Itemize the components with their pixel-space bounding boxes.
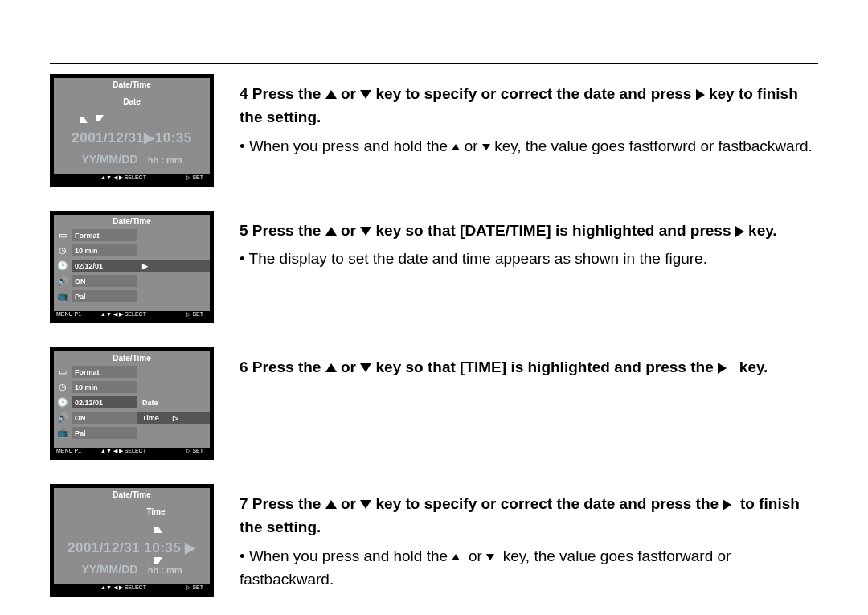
- format-time: hh : mm: [148, 565, 182, 575]
- down-triangle-icon: [360, 363, 371, 372]
- footer-select: ▲▼ ◀ ▶ SELECT: [100, 311, 146, 318]
- speaker-icon: 🔊: [54, 412, 72, 423]
- step-5: Date/Time ▭Format ◷10 min 🕒02/12/01▶ 🔊ON…: [50, 211, 818, 331]
- screen-footer: MENU P1 ▲▼ ◀ ▶ SELECT ▷ SET: [54, 311, 210, 319]
- list-item: 🕒02/12/01▶: [54, 258, 210, 273]
- item-label: Pal: [72, 290, 137, 302]
- camera-screen-submenu: Date/Time ▭Format ◷10 min 🕒02/12/01Date …: [50, 347, 214, 460]
- tv-icon: 📺: [54, 428, 72, 438]
- up-triangle-icon: [452, 144, 460, 150]
- clock-icon: 🕒: [54, 260, 72, 271]
- list-item: 📺Pal: [54, 425, 210, 441]
- down-triangle-icon: [360, 90, 371, 99]
- list-item: ▭Format: [54, 364, 210, 379]
- step-number: 7: [240, 495, 248, 512]
- screen-bezel: Date/Time Time 2001/12/31 10:35 ▶ YY/MM/…: [54, 488, 210, 592]
- format-line: YY/MM/DD hh : mm: [54, 562, 210, 576]
- manual-page: Date/Time Date 2001/12/31▶10:35 YY/MM/DD…: [0, 0, 868, 615]
- item-label: Format: [72, 229, 137, 241]
- page-number: 122: [50, 581, 76, 599]
- screen-bezel: Date/Time Date 2001/12/31▶10:35 YY/MM/DD…: [54, 78, 210, 182]
- tv-icon: 📺: [54, 291, 72, 301]
- date-readout: 2001/12/31▶10:35: [54, 129, 210, 146]
- item-label: Pal: [72, 427, 137, 439]
- item-label: ON: [72, 412, 137, 424]
- up-triangle-icon: [326, 227, 337, 236]
- screen-title: Date/Time: [54, 217, 210, 226]
- down-triangle-icon: [486, 554, 494, 560]
- list-item: 🕒02/12/01Date: [54, 395, 210, 410]
- item-label: Format: [72, 366, 137, 378]
- item-label: 02/12/01: [72, 260, 137, 272]
- time-readout: 2001/12/31 10:35 ▶: [54, 539, 210, 556]
- down-triangle-icon: [360, 227, 371, 236]
- menu-list: ▭Format ◷10 min 🕒02/12/01▶ 🔊ON 📺Pal: [54, 228, 210, 304]
- format-line: YY/MM/DD hh : mm: [54, 152, 210, 166]
- right-triangle-icon: [735, 226, 744, 237]
- step-heading: 6 Press the or key so that [TIME] is hig…: [240, 355, 818, 379]
- format-time: hh : mm: [148, 155, 182, 165]
- list-item: 🔊ON: [54, 273, 210, 289]
- footer-menu: MENU P1: [56, 311, 81, 317]
- format-date: YY/MM/DD: [81, 563, 137, 576]
- camera-screen-time: Date/Time Time 2001/12/31 10:35 ▶ YY/MM/…: [50, 484, 214, 597]
- step-text: 5 Press the or key so that [DATE/TIME] i…: [240, 219, 818, 271]
- content-area: Date/Time Date 2001/12/31▶10:35 YY/MM/DD…: [50, 74, 818, 615]
- submenu-arrow: ▶: [137, 260, 210, 272]
- down-triangle-icon: [360, 500, 371, 509]
- card-icon: ▭: [54, 230, 72, 240]
- step-text: 4 Press the or key to specify or correct…: [240, 82, 818, 158]
- speaker-icon: 🔊: [54, 276, 72, 286]
- camera-screen-menu: Date/Time ▭Format ◷10 min 🕒02/12/01▶ 🔊ON…: [50, 211, 214, 323]
- item-label: 02/12/01: [72, 396, 137, 408]
- list-item: 📺Pal: [54, 289, 210, 304]
- up-triangle-icon: [326, 90, 337, 99]
- screen-title: Date/Time: [54, 490, 210, 499]
- camera-screen-date: Date/Time Date 2001/12/31▶10:35 YY/MM/DD…: [50, 74, 214, 187]
- clock-icon: 🕒: [54, 397, 72, 408]
- footer-menu: MENU P1: [56, 448, 81, 453]
- screen-footer: ▲▼ ◀ ▶ SELECT ▷ SET: [54, 584, 210, 592]
- list-item: ▭Format: [54, 228, 210, 243]
- screen-title: Date/Time: [54, 354, 210, 363]
- step-number: 6: [240, 359, 248, 375]
- step-text: 7 Press the or key to specify or correct…: [240, 492, 818, 592]
- step-heading: 4 Press the or key to specify or correct…: [240, 82, 818, 129]
- list-item: 🔊ONTime ▷: [54, 410, 210, 425]
- step-heading: 7 Press the or key to specify or correct…: [240, 492, 818, 539]
- list-item: ◷10 min: [54, 243, 210, 258]
- up-triangle-icon: [452, 554, 460, 560]
- screen-sublabel: Time: [54, 507, 210, 516]
- up-triangle-icon: [326, 363, 337, 372]
- down-arrow-icon: [96, 112, 104, 123]
- screen-bezel: Date/Time ▭Format ◷10 min 🕒02/12/01Date …: [54, 351, 210, 456]
- right-triangle-icon: [723, 499, 731, 510]
- submenu-label-selected: Time ▷: [137, 412, 210, 424]
- up-arrow-icon: [154, 523, 162, 535]
- screen-title: Date/Time: [54, 80, 210, 89]
- item-label: 10 min: [72, 244, 137, 256]
- step-7: Date/Time Time 2001/12/31 10:35 ▶ YY/MM/…: [50, 484, 818, 605]
- screen-footer: ▲▼ ◀ ▶ SELECT ▷ SET: [54, 174, 210, 182]
- step-number: 4: [240, 85, 248, 102]
- step-body: • When you press and hold the or key, th…: [240, 544, 818, 592]
- menu-list: ▭Format ◷10 min 🕒02/12/01Date 🔊ONTime ▷ …: [54, 364, 210, 441]
- list-item: ◷10 min: [54, 379, 210, 395]
- step-text: 6 Press the or key so that [TIME] is hig…: [240, 355, 818, 379]
- screen-sublabel: Date: [54, 97, 210, 106]
- timer-icon: ◷: [54, 245, 72, 256]
- footer-set: ▷ SET: [186, 174, 203, 181]
- submenu-label: Date: [137, 396, 210, 408]
- up-arrow-icon: [80, 113, 88, 125]
- footer-set: ▷ SET: [186, 448, 203, 454]
- item-label: 10 min: [72, 381, 137, 393]
- footer-select: ▲▼ ◀ ▶ SELECT: [100, 174, 146, 181]
- card-icon: ▭: [54, 367, 72, 377]
- step-heading: 5 Press the or key so that [DATE/TIME] i…: [240, 219, 818, 242]
- step-number: 5: [240, 222, 248, 239]
- up-triangle-icon: [326, 500, 337, 509]
- footer-set: ▷ SET: [186, 311, 203, 318]
- down-triangle-icon: [482, 144, 490, 150]
- step-body: • The display to set the date and time a…: [240, 247, 818, 270]
- step-body: • When you press and hold the or key, th…: [240, 134, 818, 158]
